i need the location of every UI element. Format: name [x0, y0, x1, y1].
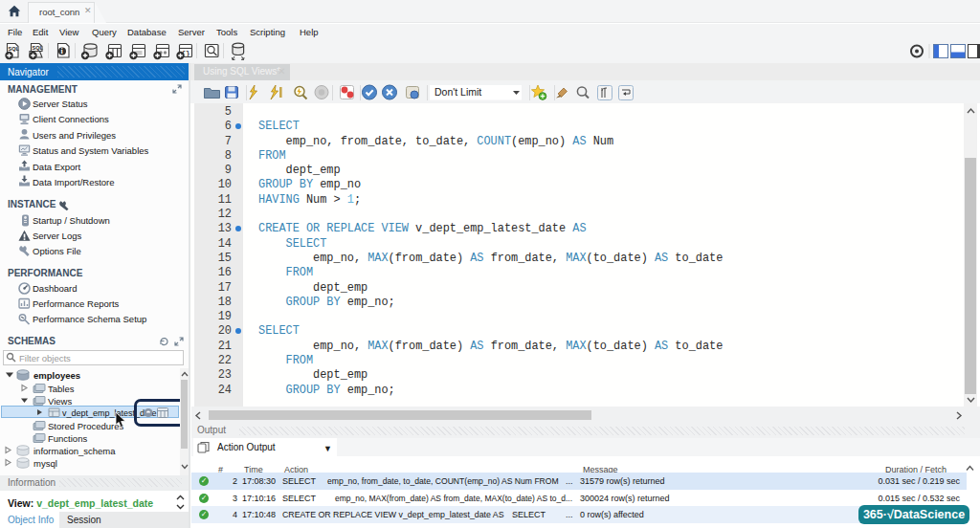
svg-text:SQL: SQL	[9, 46, 20, 52]
svg-text:SQL: SQL	[33, 45, 44, 51]
svg-text:Don't Limit: Don't Limit	[434, 86, 481, 98]
